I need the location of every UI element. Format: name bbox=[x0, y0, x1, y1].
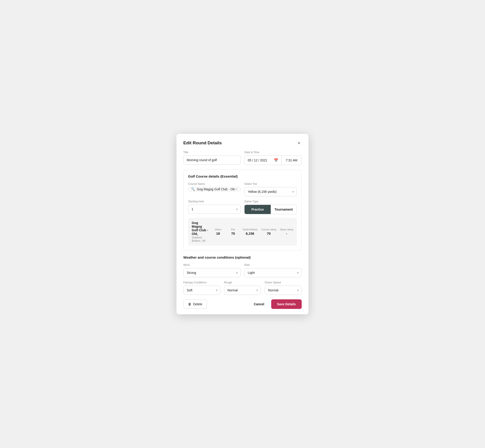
close-button[interactable]: × bbox=[296, 140, 302, 146]
select-tee-group: Select Tee Yellow (6,156 yards) ▾ bbox=[244, 182, 297, 196]
trash-icon: 🗑 bbox=[188, 302, 191, 306]
rain-select-wrap: NoneLightModerateHeavy ▾ bbox=[244, 268, 302, 277]
green-speed-select-wrap: SlowNormalFast ▾ bbox=[265, 286, 302, 295]
search-icon: 🔍 bbox=[191, 187, 195, 191]
fairway-dropdown[interactable]: SoftNormalFirmHard bbox=[184, 286, 220, 295]
weather-section: Weather and course conditions (optional)… bbox=[183, 256, 302, 295]
footer-row: 🗑 Delete Cancel Save Details bbox=[183, 299, 302, 309]
wind-group: Wind CalmLightModerateStrong ▾ bbox=[183, 263, 241, 277]
date-part[interactable]: 05 / 12 / 2021 📅 bbox=[244, 156, 282, 165]
rain-dropdown[interactable]: NoneLightModerateHeavy bbox=[244, 268, 301, 277]
course-info-location: Shelford Bottom, UK bbox=[192, 236, 209, 242]
rain-label: Rain bbox=[244, 263, 302, 267]
starting-hole-label: Starting Hole bbox=[188, 200, 241, 203]
rough-dropdown[interactable]: ShortNormalLong bbox=[224, 286, 261, 295]
course-row-1: Course Name 🔍 ✕ Select Tee Yellow (6,156… bbox=[188, 182, 297, 196]
game-type-label: Game Type bbox=[244, 200, 297, 203]
par-value: 70 bbox=[231, 232, 235, 235]
datetime-row: 05 / 12 / 2021 📅 7:31 AM bbox=[244, 155, 302, 165]
course-name-input[interactable] bbox=[197, 187, 235, 191]
select-tee-label: Select Tee bbox=[244, 182, 297, 185]
holes-label: Holes bbox=[215, 228, 221, 231]
par-stat: Par 70 bbox=[227, 228, 239, 235]
weather-row-1: Wind CalmLightModerateStrong ▾ Rain None… bbox=[183, 263, 302, 277]
starting-hole-group: Starting Hole 12345678910111213141516171… bbox=[188, 200, 241, 214]
weather-section-title: Weather and course conditions (optional) bbox=[183, 256, 302, 259]
cancel-button[interactable]: Cancel bbox=[252, 300, 267, 308]
edit-round-modal: Edit Round Details × Title Date & Time 0… bbox=[177, 134, 308, 314]
select-tee-wrap: Yellow (6,156 yards) ▾ bbox=[244, 187, 297, 196]
course-info-name: Gog Magog Golf Club - Old, Shelford Bott… bbox=[192, 221, 209, 242]
top-fields: Title Date & Time 05 / 12 / 2021 📅 7:31 … bbox=[183, 151, 302, 165]
course-row-2: Starting Hole 12345678910111213141516171… bbox=[188, 200, 297, 214]
course-name-label: Course Name bbox=[188, 182, 241, 185]
time-part[interactable]: 7:31 AM bbox=[282, 156, 301, 165]
time-value: 7:31 AM bbox=[286, 159, 297, 162]
practice-button[interactable]: Practice bbox=[244, 205, 271, 214]
game-type-group: Game Type Practice Tournament bbox=[244, 200, 297, 214]
yards-stat: Yards(Yellow) 6,156 bbox=[242, 228, 258, 235]
title-field-group: Title bbox=[183, 151, 241, 165]
slope-rating-label: Slope rating bbox=[280, 228, 293, 231]
course-info-row: Gog Magog Golf Club - Old, Shelford Bott… bbox=[188, 218, 297, 246]
date-value: 05 / 12 / 2021 bbox=[248, 159, 267, 162]
modal-header: Edit Round Details × bbox=[183, 140, 302, 146]
wind-dropdown[interactable]: CalmLightModerateStrong bbox=[184, 268, 241, 277]
course-info-name-text: Gog Magog Golf Club - Old, bbox=[192, 221, 209, 236]
green-speed-dropdown[interactable]: SlowNormalFast bbox=[265, 286, 301, 295]
green-speed-label: Green Speed bbox=[265, 281, 302, 284]
slope-rating-stat: Slope rating - bbox=[280, 228, 293, 235]
course-name-group: Course Name 🔍 ✕ bbox=[188, 182, 241, 196]
datetime-field-group: Date & Time 05 / 12 / 2021 📅 7:31 AM bbox=[244, 151, 302, 165]
calendar-icon: 📅 bbox=[274, 158, 278, 162]
starting-hole-wrap: 123456789101112131415161718 ▾ bbox=[188, 205, 241, 214]
rough-label: Rough bbox=[224, 281, 261, 284]
course-rating-stat: Course rating 70 bbox=[261, 228, 276, 235]
course-name-input-wrap: 🔍 ✕ bbox=[188, 187, 241, 191]
rough-select-wrap: ShortNormalLong ▾ bbox=[224, 286, 261, 295]
holes-stat: Holes 18 bbox=[212, 228, 224, 235]
weather-row-2: Fairway Conditions SoftNormalFirmHard ▾ … bbox=[183, 281, 302, 295]
datetime-label: Date & Time bbox=[244, 151, 302, 154]
golf-section-title: Golf Course details (Essential) bbox=[188, 174, 297, 178]
delete-label: Delete bbox=[193, 302, 202, 306]
title-label: Title bbox=[183, 151, 241, 154]
rough-group: Rough ShortNormalLong ▾ bbox=[224, 281, 261, 295]
wind-label: Wind bbox=[183, 263, 241, 267]
rain-group: Rain NoneLightModerateHeavy ▾ bbox=[244, 263, 302, 277]
yards-value: 6,156 bbox=[246, 232, 254, 235]
clear-icon[interactable]: ✕ bbox=[235, 187, 238, 191]
fairway-select-wrap: SoftNormalFirmHard ▾ bbox=[183, 286, 220, 295]
fairway-group: Fairway Conditions SoftNormalFirmHard ▾ bbox=[183, 281, 220, 295]
tournament-button[interactable]: Tournament bbox=[271, 205, 297, 214]
title-input[interactable] bbox=[183, 155, 241, 165]
starting-hole-dropdown[interactable]: 123456789101112131415161718 bbox=[188, 205, 241, 214]
slope-rating-value: - bbox=[286, 232, 287, 235]
course-rating-value: 70 bbox=[267, 232, 271, 235]
golf-course-section: Golf Course details (Essential) Course N… bbox=[183, 170, 302, 250]
green-speed-group: Green Speed SlowNormalFast ▾ bbox=[265, 281, 302, 295]
holes-value: 18 bbox=[216, 232, 220, 235]
wind-select-wrap: CalmLightModerateStrong ▾ bbox=[183, 268, 241, 277]
save-details-button[interactable]: Save Details bbox=[271, 299, 302, 309]
course-rating-label: Course rating bbox=[261, 228, 276, 231]
delete-button[interactable]: 🗑 Delete bbox=[183, 300, 207, 309]
yards-label: Yards(Yellow) bbox=[242, 228, 258, 231]
game-type-toggle: Practice Tournament bbox=[244, 205, 297, 214]
modal-title: Edit Round Details bbox=[183, 140, 222, 145]
select-tee-dropdown[interactable]: Yellow (6,156 yards) bbox=[244, 187, 297, 196]
footer-right: Cancel Save Details bbox=[252, 299, 302, 309]
par-label: Par bbox=[231, 228, 235, 231]
fairway-label: Fairway Conditions bbox=[183, 281, 220, 284]
